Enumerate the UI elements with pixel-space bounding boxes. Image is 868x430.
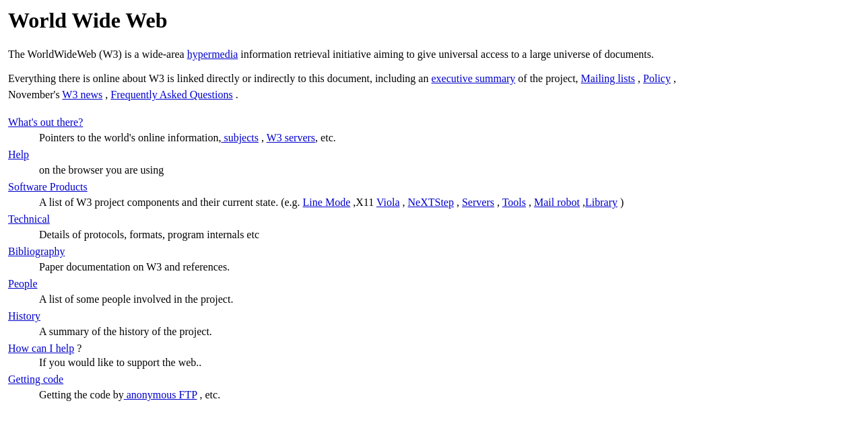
intro2-mid1: of the project, [515,73,580,84]
bibliography-desc: Paper documentation on W3 and references… [39,259,860,275]
tools-link[interactable]: Tools [502,196,526,208]
section-whats-out-there: What's out there? Pointers to the world'… [8,116,860,146]
intro2-mid4: , [102,89,110,100]
section-help: Help on the browser you are using [8,149,860,178]
section-software-products: Software Products A list of W3 project c… [8,181,860,211]
how-can-i-help-container: How can I help ? [8,343,81,354]
intro2-mid2: , [635,73,643,84]
page-title: World Wide Web [8,8,860,33]
how-can-i-help-link[interactable]: How can I help [8,343,74,354]
mailing-lists-link[interactable]: Mailing lists [581,73,635,84]
section-getting-code: Getting code Getting the code by anonymo… [8,373,860,403]
intro-paragraph-1: The WorldWideWeb (W3) is a wide-area hyp… [8,46,860,63]
whats-out-there-link[interactable]: What's out there? [8,116,860,129]
intro1-text: The WorldWideWeb (W3) is a wide-area [8,48,187,60]
getting-code-link[interactable]: Getting code [8,373,860,386]
line-mode-link[interactable]: Line Mode [303,196,351,208]
whats-out-there-desc: Pointers to the world's online informati… [39,130,860,146]
w3-servers-link[interactable]: W3 servers [267,132,315,143]
intro2-start: Everything there is online about W3 is l… [8,73,431,84]
technical-link[interactable]: Technical [8,213,860,225]
software-products-link[interactable]: Software Products [8,181,860,193]
mail-robot-link[interactable]: Mail robot [534,196,580,208]
subjects-link[interactable]: subjects [221,132,259,143]
section-technical: Technical Details of protocols, formats,… [8,213,860,243]
intro2-mid3: , [671,73,676,84]
intro1-rest: information retrieval initiative aiming … [238,48,654,60]
people-link[interactable]: People [8,278,860,290]
technical-desc: Details of protocols, formats, program i… [39,227,860,243]
policy-link[interactable]: Policy [643,73,671,84]
software-products-desc: A list of W3 project components and thei… [39,194,860,211]
nextstep-link[interactable]: NeXTStep [408,196,454,208]
help-link[interactable]: Help [8,149,860,161]
viola-link[interactable]: Viola [376,196,400,208]
anonymous-ftp-link[interactable]: anonymous FTP [124,389,197,400]
library-link[interactable]: Library [585,196,617,208]
w3-news-link[interactable]: W3 news [62,89,102,100]
history-desc: A summary of the history of the project. [39,324,860,340]
intro2-end: . [233,89,238,100]
servers-link[interactable]: Servers [462,196,494,208]
section-how-can-i-help: How can I help ? If you would like to su… [8,343,860,371]
how-can-i-help-desc: If you would like to support the web.. [39,355,860,371]
hypermedia-link[interactable]: hypermedia [187,48,238,60]
bibliography-link[interactable]: Bibliography [8,246,860,258]
section-history: History A summary of the history of the … [8,310,860,340]
faq-link[interactable]: Frequently Asked Questions [110,89,232,100]
section-bibliography: Bibliography Paper documentation on W3 a… [8,246,860,275]
intro2-line2-start: November's [8,89,62,100]
people-desc: A list of some people involved in the pr… [39,291,860,308]
executive-summary-link[interactable]: executive summary [431,73,515,84]
history-link[interactable]: History [8,310,860,322]
intro-paragraph-2: Everything there is online about W3 is l… [8,71,860,103]
section-people: People A list of some people involved in… [8,278,860,308]
getting-code-desc: Getting the code by anonymous FTP , etc. [39,387,860,403]
help-desc: on the browser you are using [39,162,860,178]
how-can-i-help-suffix: ? [74,343,81,354]
